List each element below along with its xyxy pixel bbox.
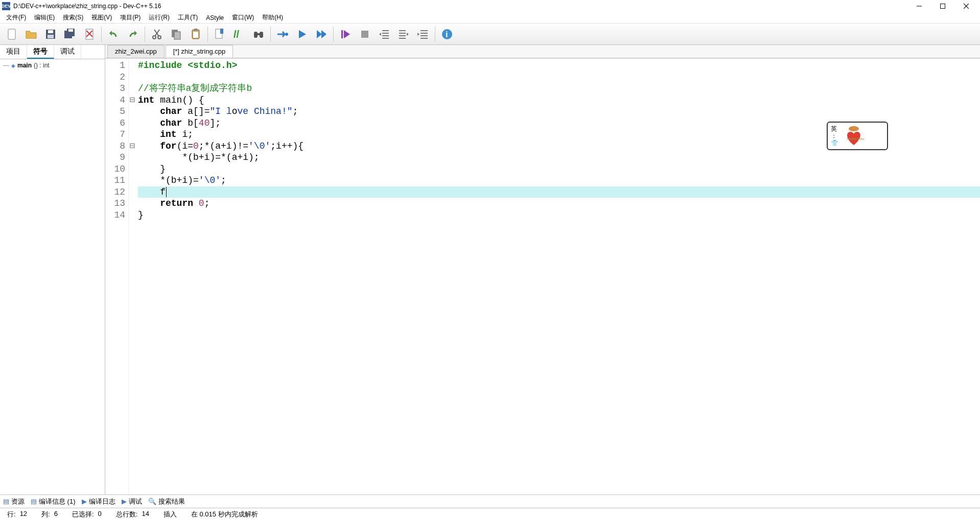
status-col: 6 xyxy=(54,510,58,519)
svg-text:I love you: I love you xyxy=(847,136,865,141)
indent-more-icon[interactable] xyxy=(394,25,413,44)
code-line-3[interactable]: //将字符串a复制成字符串b xyxy=(138,83,980,94)
paste-icon[interactable] xyxy=(186,25,205,44)
ime-text: 英 ： 👕 xyxy=(831,125,838,147)
save-icon[interactable] xyxy=(41,25,60,44)
menu-item-3[interactable]: 视图(V) xyxy=(87,12,116,23)
debug-icon[interactable] xyxy=(336,25,355,44)
bottom-tab-1[interactable]: ▤编译信息 (1) xyxy=(31,497,76,506)
stop-icon[interactable] xyxy=(355,25,375,44)
bottom-tab-icon: ▶ xyxy=(122,498,127,505)
status-sel-label: 已选择: xyxy=(72,510,94,519)
menu-item-1[interactable]: 编辑(E) xyxy=(30,12,59,23)
svg-rect-4 xyxy=(8,29,15,39)
menu-item-2[interactable]: 搜索(S) xyxy=(59,12,87,23)
bottom-tab-icon: ▶ xyxy=(82,498,87,505)
status-row-label: 行: xyxy=(7,510,16,519)
toolbar-separator xyxy=(207,27,208,42)
title-bar: DEV D:\DEV-c++\workplace\zhiz_string.cpp… xyxy=(0,0,980,12)
compile-run-icon[interactable] xyxy=(312,25,331,44)
indent-less-icon[interactable] xyxy=(375,25,394,44)
code-line-13[interactable]: return 0; xyxy=(138,198,980,209)
tree-node-main[interactable]: — ◆ main () : int xyxy=(3,61,102,69)
svg-rect-28 xyxy=(257,33,260,35)
code-line-5[interactable]: char a[]="I love China!"; xyxy=(138,106,980,117)
redo-icon[interactable] xyxy=(123,25,143,44)
status-sel: 0 xyxy=(98,510,102,519)
run-icon[interactable] xyxy=(292,25,312,44)
bookmark-icon[interactable] xyxy=(210,25,229,44)
svg-rect-1 xyxy=(941,4,945,9)
bottom-tab-0[interactable]: ▤资源 xyxy=(3,497,25,506)
side-tab-0[interactable]: 项目 xyxy=(0,45,27,59)
compile-icon[interactable] xyxy=(273,25,292,44)
menu-item-9[interactable]: 帮助(H) xyxy=(258,12,287,23)
svg-point-29 xyxy=(285,33,288,36)
file-tab-1[interactable]: [*] zhiz_string.cpp xyxy=(166,45,234,58)
tree-node-signature: () : int xyxy=(34,62,50,69)
code-line-12[interactable]: f xyxy=(138,186,980,198)
side-tab-1[interactable]: 符号 xyxy=(27,45,54,59)
file-tab-0[interactable]: zhiz_2wei.cpp xyxy=(107,45,165,58)
bottom-tab-label: 调试 xyxy=(129,497,142,506)
code-line-2[interactable] xyxy=(138,72,980,83)
status-mode: 插入 xyxy=(164,510,177,519)
close-button[interactable] xyxy=(954,0,978,12)
svg-rect-27 xyxy=(260,32,263,38)
toolbar-separator xyxy=(145,27,145,42)
bottom-tab-label: 编译信息 (1) xyxy=(39,497,76,506)
copy-icon[interactable] xyxy=(167,25,186,44)
toolbar-separator xyxy=(435,27,435,42)
code-line-9[interactable]: *(b+i)=*(a+i); xyxy=(138,152,980,163)
toolbar-separator xyxy=(270,27,271,42)
close-file-icon[interactable] xyxy=(80,25,99,44)
symbol-tree[interactable]: — ◆ main () : int xyxy=(0,59,105,494)
cut-icon[interactable] xyxy=(147,25,167,44)
toolbar-separator xyxy=(101,27,102,42)
line-number-gutter: 1234567891011121314 xyxy=(105,59,129,494)
bottom-tab-icon: 🔍 xyxy=(148,498,156,505)
status-parse: 在 0.015 秒内完成解析 xyxy=(191,510,258,519)
indent-icon[interactable] xyxy=(413,25,433,44)
bottom-tab-3[interactable]: ▶调试 xyxy=(122,497,142,506)
undo-icon[interactable] xyxy=(104,25,123,44)
new-file-icon[interactable] xyxy=(2,25,21,44)
code-line-10[interactable]: } xyxy=(138,163,980,175)
code-line-11[interactable]: *(b+i)='\0'; xyxy=(138,175,980,186)
svg-rect-24 xyxy=(220,29,223,34)
svg-rect-7 xyxy=(48,35,54,38)
menu-item-5[interactable]: 运行(R) xyxy=(145,12,174,23)
menu-item-7[interactable]: AStyle xyxy=(202,13,228,22)
tree-node-name: main xyxy=(17,62,32,69)
tree-twisty-icon: — xyxy=(3,62,9,69)
svg-rect-19 xyxy=(174,32,180,39)
code-line-14[interactable]: } xyxy=(138,209,980,221)
svg-rect-21 xyxy=(194,29,197,31)
about-icon[interactable]: i xyxy=(437,25,457,44)
side-tab-2[interactable]: 调试 xyxy=(54,45,81,59)
menu-item-4[interactable]: 项目(P) xyxy=(116,12,145,23)
menu-bar: 文件(F)编辑(E)搜索(S)视图(V)项目(P)运行(R)工具(T)AStyl… xyxy=(0,12,980,23)
open-file-icon[interactable] xyxy=(21,25,41,44)
svg-text://: // xyxy=(234,29,240,40)
bottom-tab-icon: ▤ xyxy=(3,498,9,505)
menu-item-8[interactable]: 窗口(W) xyxy=(228,12,258,23)
save-all-icon[interactable] xyxy=(60,25,80,44)
menu-item-0[interactable]: 文件(F) xyxy=(2,12,30,23)
ime-indicator[interactable]: 英 ： 👕 I love you xyxy=(827,122,888,150)
status-col-label: 列: xyxy=(41,510,50,519)
fold-gutter: ⊟ ⊟ xyxy=(129,59,136,494)
svg-rect-31 xyxy=(361,31,368,38)
maximize-button[interactable] xyxy=(931,0,954,12)
code-line-1[interactable]: #include <stdio.h> xyxy=(138,60,980,72)
comment-icon[interactable]: // xyxy=(229,25,249,44)
code-line-4[interactable]: int main() { xyxy=(138,94,980,106)
status-total: 14 xyxy=(142,510,149,519)
toolbar: //i xyxy=(0,23,980,45)
menu-item-6[interactable]: 工具(T) xyxy=(174,12,202,23)
find-icon[interactable] xyxy=(249,25,268,44)
bottom-tab-label: 搜索结果 xyxy=(158,497,185,506)
bottom-tab-2[interactable]: ▶编译日志 xyxy=(82,497,115,506)
bottom-tab-4[interactable]: 🔍搜索结果 xyxy=(148,497,185,506)
minimize-button[interactable] xyxy=(907,0,931,12)
